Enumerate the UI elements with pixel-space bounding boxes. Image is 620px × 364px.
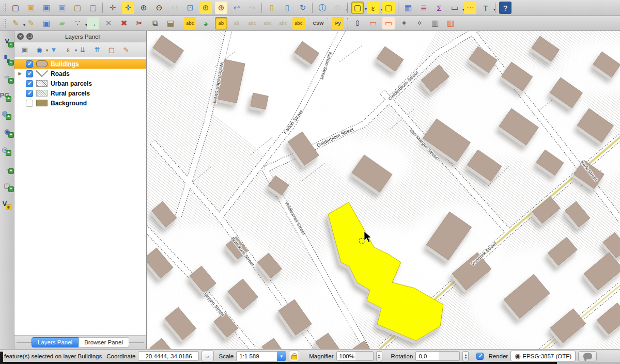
layer-row-background[interactable]: Background [14, 98, 146, 108]
remove-layer-icon[interactable]: ▢ [106, 44, 117, 55]
zoom-in-icon[interactable]: ⊕ [137, 2, 150, 14]
add-raster-layer-icon[interactable]: ▚ [2, 53, 13, 65]
layer-diagram-icon[interactable]: ◕ [199, 17, 212, 29]
add-postgis-layer-icon[interactable]: PG [0, 89, 10, 101]
sum-icon[interactable]: Σ [433, 2, 445, 14]
add-wcs-layer-icon[interactable]: ◉ [2, 125, 13, 137]
add-vector-layer-icon[interactable]: V [2, 35, 13, 46]
messages-button[interactable]: ⋯ [578, 351, 597, 361]
rotation-input[interactable] [415, 351, 460, 361]
new-bookmark-icon[interactable]: ▯ [266, 2, 278, 14]
attribute-table-icon[interactable]: ▦ [402, 2, 414, 14]
layer-checkbox-rural-parcels[interactable] [26, 90, 33, 97]
tab-layers-panel[interactable]: Layers Panel [32, 337, 79, 347]
rotate-label-icon[interactable]: abc [277, 17, 289, 29]
save-project-as-icon[interactable]: ▣ [56, 2, 68, 14]
paste-features-icon[interactable]: ▤ [164, 17, 177, 29]
new-print-composer-icon[interactable]: ▢ [71, 2, 84, 14]
add-feature-icon[interactable]: ▰ [56, 17, 68, 29]
filter-legend-icon[interactable]: ▼ [49, 44, 59, 55]
style-wand-alt-icon[interactable]: ✧ [413, 17, 426, 29]
zoom-full-icon[interactable]: ⊡ [184, 2, 196, 14]
scale-dropdown-icon[interactable]: ▾ [277, 351, 286, 361]
layer-row-roads[interactable]: ▶ Roads [14, 69, 146, 78]
new-shapefile-layer-icon[interactable]: V [0, 198, 10, 209]
measure-icon[interactable]: ▭ [448, 2, 461, 14]
render-checkbox[interactable] [476, 353, 484, 360]
layer-labeling-icon[interactable]: abc [184, 17, 196, 29]
expand-all-icon[interactable]: ⇈ [92, 44, 102, 55]
map-canvas[interactable]: Weltevreden Street Kanon Street Kanon St… [147, 31, 620, 349]
compare-layers-icon[interactable]: ▥ [429, 17, 441, 29]
zoom-last-icon[interactable]: ↩ [230, 2, 243, 14]
statistics-icon[interactable]: ≣ [417, 2, 430, 14]
mouse-position-toggle-icon[interactable]: ☞ [202, 351, 214, 361]
scale-lock-button[interactable] [289, 351, 299, 361]
layer-visibility-icon[interactable]: ◉ [34, 44, 44, 55]
collapse-all-icon[interactable]: ⇊ [78, 44, 88, 55]
highlight-labels-icon[interactable]: ab [230, 17, 243, 29]
identify-features-icon[interactable]: ⓘ [316, 2, 329, 14]
layer-checkbox-roads[interactable] [26, 70, 33, 77]
filter-expression-icon[interactable]: ε [63, 44, 73, 55]
toolbar-grip[interactable] [3, 3, 6, 12]
show-bookmarks-icon[interactable]: ▯ [281, 2, 293, 14]
layer-row-rural-parcels[interactable]: Rural parcels [14, 88, 146, 98]
add-virtual-layer-icon[interactable]: ▢ [2, 180, 13, 191]
rotation-stepper[interactable]: ▴▾ [462, 351, 469, 361]
move-label-icon[interactable]: abc [261, 17, 274, 29]
layer-row-urban-parcels[interactable]: Urban parcels [14, 78, 146, 88]
add-wfs-layer-icon[interactable]: ◎ [0, 144, 10, 155]
layer-checkbox-buildings[interactable] [26, 60, 33, 68]
reshape-features-icon[interactable]: ✕ [102, 17, 115, 29]
composer-manager-icon[interactable]: ▢ [87, 2, 99, 14]
zoom-native-icon[interactable]: 1:1 [168, 2, 181, 14]
open-project-icon[interactable]: ▣ [25, 2, 37, 14]
new-project-icon[interactable]: ▢ [9, 2, 22, 14]
arrow-plugin-icon[interactable]: ⇧ [351, 17, 364, 29]
change-label-icon[interactable]: abc [292, 17, 305, 29]
help-icon[interactable]: ? [499, 2, 512, 14]
extent-capture-icon[interactable]: ▭ [382, 17, 395, 29]
csw-plugin-icon[interactable]: CSW [312, 17, 324, 29]
map-tips-icon[interactable]: ⋯ [464, 2, 476, 14]
tab-browser-panel[interactable]: Browser Panel [79, 337, 129, 347]
move-feature-icon[interactable]: → [87, 17, 99, 29]
cut-features-icon[interactable]: ✂ [133, 17, 146, 29]
panel-close-icon[interactable]: ✕ [17, 33, 24, 40]
panel-float-icon[interactable]: ❏ [26, 33, 33, 40]
pan-to-selection-icon[interactable]: ✜ [122, 2, 134, 14]
zoom-out-icon[interactable]: ⊖ [153, 2, 165, 14]
extent-rectangle-icon[interactable]: ▭ [367, 17, 379, 29]
zoom-next-icon[interactable]: ↪ [246, 2, 258, 14]
pin-labels-icon[interactable]: ab [215, 17, 227, 29]
select-by-expression-icon[interactable]: ε [367, 2, 379, 14]
crs-status-button[interactable]: ◉ EPSG:3857 (OTF) [510, 351, 576, 361]
copy-features-icon[interactable]: ⧉ [149, 17, 161, 29]
layer-checkbox-urban-parcels[interactable] [26, 80, 33, 87]
delete-selected-icon[interactable]: ✖ [118, 17, 130, 29]
toolbar-grip[interactable] [3, 19, 6, 28]
save-project-icon[interactable]: ▣ [40, 2, 53, 14]
node-tool-icon[interactable]: ∵ [71, 17, 84, 29]
toggle-editing-icon[interactable]: ✎ [25, 17, 37, 29]
pan-map-icon[interactable]: ✛ [106, 2, 119, 14]
text-annotation-icon[interactable]: T [479, 2, 492, 14]
add-wms-layer-icon[interactable]: ◍ [0, 107, 10, 119]
scale-combobox[interactable]: 1:1 589 ▾ [236, 351, 286, 361]
deselect-features-icon[interactable]: ▢ [382, 2, 395, 14]
magnifier-stepper[interactable]: ▴▾ [376, 351, 382, 361]
run-feature-action-icon[interactable]: ⊙ [332, 2, 344, 14]
style-wand-icon[interactable]: ✦ [398, 17, 410, 29]
python-console-icon[interactable]: Py [332, 17, 344, 29]
show-hide-labels-icon[interactable]: abc [246, 17, 258, 29]
style-manager-icon[interactable]: ✎ [121, 44, 131, 55]
magnifier-input[interactable] [336, 351, 374, 361]
select-features-icon[interactable]: ▢ [351, 2, 364, 14]
layer-checkbox-background[interactable] [26, 100, 33, 107]
add-delimited-text-icon[interactable]: , [2, 162, 13, 173]
refresh-icon[interactable]: ↻ [297, 2, 309, 14]
current-edits-icon[interactable]: ✎ [9, 17, 22, 29]
add-comparison-icon[interactable]: ▥ [444, 17, 457, 29]
layer-row-buildings[interactable]: Buildings [14, 59, 146, 69]
